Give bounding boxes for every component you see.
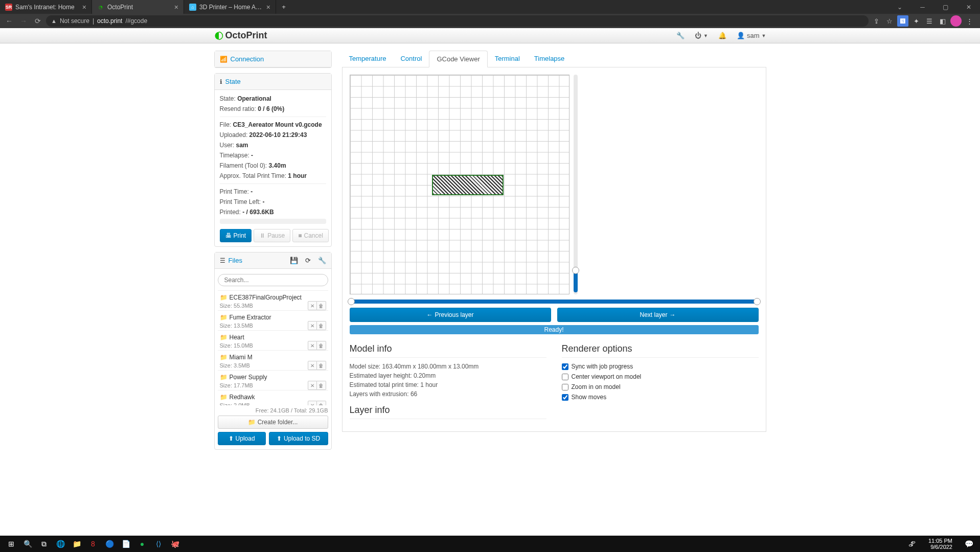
file-remove-icon[interactable]: ✕ [308, 341, 317, 350]
print-progress-bar [220, 219, 326, 224]
layer-height-value: 0.20mm [414, 372, 436, 379]
new-tab-button[interactable]: + [276, 0, 291, 14]
sync-checkbox[interactable]: Sync with job progress [562, 363, 759, 370]
file-remove-icon[interactable]: ✕ [308, 361, 317, 370]
task-view-button[interactable]: ⧉ [36, 536, 52, 552]
file-remove-icon[interactable]: ✕ [308, 401, 317, 405]
address-bar[interactable]: ▲ Not secure | octo.print/#gcode [46, 15, 869, 27]
chrome-icon[interactable]: 🔵 [101, 536, 118, 552]
back-button[interactable]: ← [3, 15, 15, 27]
refresh-icon[interactable]: ⟳ [305, 257, 311, 264]
bookmark-icon[interactable]: ☆ [884, 15, 895, 27]
file-delete-icon[interactable]: 🗑 [317, 401, 326, 405]
tray-icon[interactable]: 🖇 [904, 536, 920, 552]
slider-thumb[interactable] [572, 267, 579, 274]
state-heading[interactable]: ℹ State [215, 74, 331, 90]
window-close-icon[interactable]: ✕ [957, 0, 980, 14]
extensions-icon[interactable]: ✦ [910, 15, 922, 27]
cancel-button[interactable]: ■ Cancel [292, 229, 329, 242]
layer-vertical-slider[interactable] [574, 75, 578, 294]
explorer-icon[interactable]: 📁 [69, 536, 85, 552]
files-search-input[interactable] [218, 274, 328, 286]
tab-temperature[interactable]: Temperature [342, 51, 394, 67]
share-icon[interactable]: ⇪ [871, 15, 882, 27]
app-navbar: OctoPrint 🔧 ⏻ ▼ 🔔 👤 sam ▼ [0, 28, 980, 43]
file-delete-icon[interactable]: 🗑 [317, 361, 326, 370]
files-list[interactable]: 📁 ECE387FinalGroupProject Size: 55.3MB✕🗑… [218, 290, 328, 405]
window-dropdown-icon[interactable]: ⌄ [888, 0, 911, 14]
github-icon[interactable]: 🐙 [167, 536, 183, 552]
tab-terminal[interactable]: Terminal [488, 51, 527, 67]
file-remove-icon[interactable]: ✕ [308, 321, 317, 330]
tab-gcode-viewer[interactable]: GCode Viewer [429, 51, 487, 67]
file-item[interactable]: 📁 ECE387FinalGroupProject Size: 55.3MB✕🗑 [218, 291, 328, 311]
upload-sd-button[interactable]: ⬆ Upload to SD [269, 432, 328, 445]
side-panel-icon[interactable]: ◧ [937, 15, 948, 27]
checkbox-input[interactable] [562, 363, 568, 370]
spotify-icon[interactable]: ● [134, 536, 150, 552]
window-minimize-icon[interactable]: ─ [911, 0, 934, 14]
checkbox-input[interactable] [562, 394, 568, 401]
system-menu[interactable]: ⏻ ▼ [695, 32, 708, 39]
pause-button[interactable]: ⏸ Pause [254, 229, 290, 242]
sd-icon[interactable]: 💾 [290, 257, 298, 264]
search-button[interactable]: 🔍 [19, 536, 36, 552]
notifications-button[interactable]: 🔔 [718, 32, 726, 39]
system-clock[interactable]: 11:05 PM 9/6/2022 [924, 538, 956, 550]
reload-button[interactable]: ⟳ [32, 15, 44, 27]
file-item[interactable]: 📁 Power Supply Size: 17.7MB✕🗑 [218, 371, 328, 390]
browser-tab[interactable]: SR Sam's Intranet: Home × [0, 0, 92, 14]
app-icon[interactable]: 📄 [118, 536, 134, 552]
forward-button[interactable]: → [17, 15, 30, 27]
chrome-menu-icon[interactable]: ⋮ [964, 15, 975, 27]
files-heading[interactable]: ☰ Files 💾 ⟳ 🔧 [215, 252, 331, 269]
file-remove-icon[interactable]: ✕ [308, 381, 317, 390]
tab-timelapse[interactable]: Timelapse [527, 51, 572, 67]
file-remove-icon[interactable]: ✕ [308, 301, 317, 310]
layer-horizontal-slider[interactable] [350, 300, 759, 304]
center-checkbox[interactable]: Center viewport on model [562, 373, 759, 380]
app-icon[interactable]: 8 [85, 536, 101, 552]
settings-button[interactable]: 🔧 [676, 32, 685, 39]
gcode-canvas[interactable] [350, 75, 569, 294]
file-delete-icon[interactable]: 🗑 [317, 381, 326, 390]
browser-tab[interactable]: ◔ OctoPrint × [92, 0, 184, 14]
edge-icon[interactable]: 🌐 [52, 536, 69, 552]
extension-icon[interactable]: 🅽 [897, 15, 908, 27]
reading-list-icon[interactable]: ☰ [924, 15, 935, 27]
notifications-icon[interactable]: 💬 [961, 536, 977, 552]
upload-icon: ⬆ [277, 435, 282, 442]
file-item[interactable]: 📁 Redhawk Size: 2.0MB✕🗑 [218, 390, 328, 405]
file-delete-icon[interactable]: 🗑 [317, 321, 326, 330]
window-maximize-icon[interactable]: ▢ [934, 0, 957, 14]
start-button[interactable]: ⊞ [3, 536, 19, 552]
file-item[interactable]: 📁 Heart Size: 15.0MB✕🗑 [218, 331, 328, 351]
wrench-icon[interactable]: 🔧 [318, 257, 326, 264]
timelapse-value: - [251, 152, 253, 159]
slider-thumb[interactable] [754, 298, 761, 305]
close-icon[interactable]: × [174, 3, 178, 11]
checkbox-input[interactable] [562, 384, 568, 390]
upload-button[interactable]: ⬆ Upload [218, 432, 266, 445]
moves-checkbox[interactable]: Show moves [562, 394, 759, 401]
vscode-icon[interactable]: ⟨⟩ [150, 536, 167, 552]
connection-heading[interactable]: 📶 Connection [215, 51, 331, 67]
close-icon[interactable]: × [82, 3, 86, 11]
user-menu[interactable]: 👤 sam ▼ [737, 32, 766, 39]
close-icon[interactable]: × [266, 3, 270, 11]
tab-control[interactable]: Control [393, 51, 429, 67]
slider-thumb[interactable] [348, 298, 355, 305]
file-item[interactable]: 📁 Miami M Size: 3.5MB✕🗑 [218, 351, 328, 371]
next-layer-button[interactable]: Next layer → [557, 308, 759, 322]
app-brand[interactable]: OctoPrint [214, 30, 267, 41]
print-button[interactable]: 🖶 Print [220, 229, 252, 242]
browser-tab[interactable]: ⌂ 3D Printer – Home Assistant × [184, 0, 276, 14]
create-folder-button[interactable]: 📁 Create folder... [218, 416, 328, 429]
file-delete-icon[interactable]: 🗑 [317, 341, 326, 350]
previous-layer-button[interactable]: ← Previous layer [350, 308, 551, 322]
file-item[interactable]: 📁 Fume Extractor Size: 13.5MB✕🗑 [218, 311, 328, 331]
file-delete-icon[interactable]: 🗑 [317, 301, 326, 310]
checkbox-input[interactable] [562, 374, 568, 380]
profile-avatar[interactable] [950, 15, 962, 27]
zoom-checkbox[interactable]: Zoom in on model [562, 383, 759, 390]
